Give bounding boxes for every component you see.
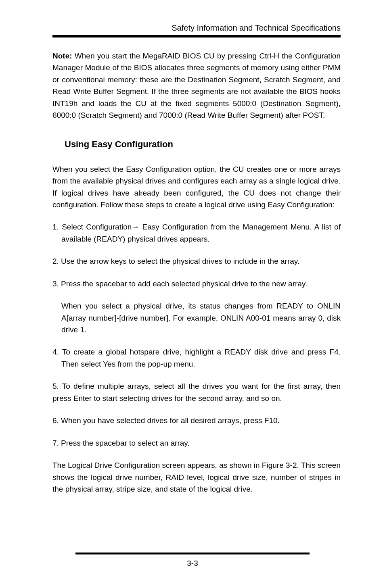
running-header: Safety Information and Technical Specifi… bbox=[52, 23, 341, 33]
step-7: 7. Press the spacebar to select an array… bbox=[52, 437, 341, 449]
page-container: Safety Information and Technical Specifi… bbox=[0, 0, 385, 588]
footer-rule-thin bbox=[75, 555, 310, 555]
step-4: 4. To create a global hotspare drive, hi… bbox=[52, 346, 341, 370]
step-2: 2. Use the arrow keys to select the phys… bbox=[52, 255, 341, 267]
page-footer: 3-3 bbox=[0, 553, 385, 568]
step-1: 1. Select Configuration→ Easy Configurat… bbox=[52, 221, 341, 245]
intro-paragraph: When you select the Easy Configuration o… bbox=[52, 163, 341, 211]
note-text: When you start the MegaRAID BIOS CU by p… bbox=[52, 52, 341, 119]
header-rule-thin bbox=[52, 38, 341, 38]
page-number: 3-3 bbox=[0, 559, 385, 568]
section-heading: Using Easy Configuration bbox=[65, 139, 341, 150]
step-5: 5. To define multiple arrays, select all… bbox=[52, 380, 341, 404]
step-6: 6. When you have selected drives for all… bbox=[52, 415, 341, 426]
footer-rule-thick bbox=[75, 553, 310, 554]
step-3: 3. Press the spacebar to add each select… bbox=[52, 278, 341, 290]
header-rule-thick bbox=[52, 35, 341, 37]
closing-paragraph: The Logical Drive Configuration screen a… bbox=[52, 459, 341, 495]
step-3-detail: When you select a physical drive, its st… bbox=[52, 300, 341, 336]
note-label: Note: bbox=[52, 52, 72, 60]
footer-rule-wrap bbox=[75, 553, 310, 555]
note-paragraph: Note: When you start the MegaRAID BIOS C… bbox=[52, 50, 341, 121]
